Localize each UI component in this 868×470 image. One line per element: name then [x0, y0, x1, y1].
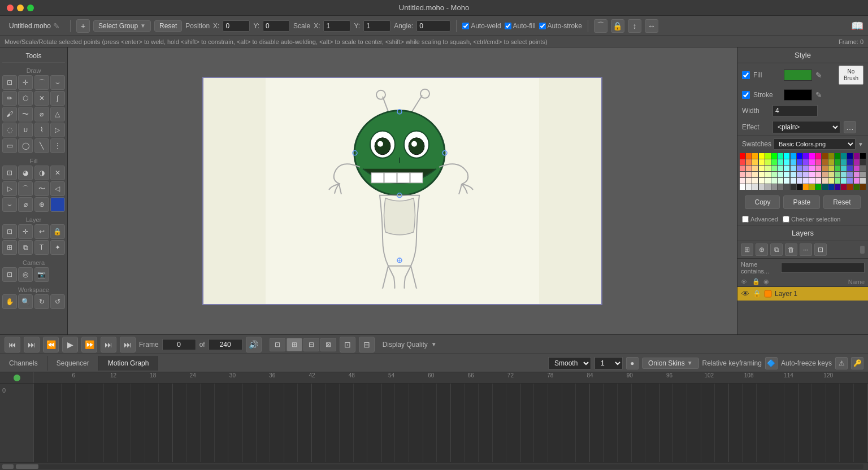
- color-swatch[interactable]: [828, 153, 834, 159]
- name-filter-input[interactable]: [781, 263, 865, 273]
- stroke-edit-icon[interactable]: ✎: [815, 90, 822, 99]
- color-swatch[interactable]: [860, 153, 866, 159]
- color-swatch[interactable]: [841, 153, 847, 159]
- tool-fill-misc[interactable]: ⌀: [18, 197, 33, 212]
- checker-checkbox[interactable]: [783, 216, 789, 223]
- view-3-btn[interactable]: ⊟: [303, 338, 319, 351]
- color-swatch[interactable]: [765, 153, 771, 159]
- tool-fill-x[interactable]: ✕: [50, 166, 65, 180]
- width-input[interactable]: [772, 105, 818, 116]
- color-swatch[interactable]: [835, 166, 840, 171]
- tool-layer-sel[interactable]: ⊡: [2, 224, 17, 239]
- color-swatch[interactable]: [746, 166, 752, 171]
- fit-btn[interactable]: ⊟: [359, 337, 375, 352]
- stroke-checkbox[interactable]: [742, 91, 750, 99]
- effect-settings-btn[interactable]: …: [844, 121, 856, 133]
- scroll-left-btn[interactable]: [2, 464, 14, 469]
- color-swatch[interactable]: [803, 178, 809, 184]
- color-swatch[interactable]: [797, 153, 802, 159]
- color-swatch[interactable]: [740, 166, 745, 171]
- advanced-label[interactable]: Advanced: [742, 216, 778, 223]
- color-swatch[interactable]: [809, 166, 815, 171]
- tool-warp[interactable]: ⌇: [34, 123, 49, 137]
- tool-layer-move[interactable]: ⊞: [2, 240, 17, 255]
- tool-cam-2[interactable]: ◎: [18, 267, 33, 282]
- add-button[interactable]: +: [76, 19, 90, 33]
- view-2-btn[interactable]: ⊞: [287, 338, 302, 351]
- tool-cam-1[interactable]: ⊡: [2, 267, 17, 282]
- motion-graph-tab[interactable]: Motion Graph: [99, 356, 159, 371]
- color-swatch[interactable]: [784, 159, 789, 165]
- color-swatch[interactable]: [860, 172, 866, 177]
- color-swatch[interactable]: [835, 184, 840, 190]
- color-swatch[interactable]: [765, 166, 771, 171]
- color-swatch[interactable]: [860, 159, 866, 165]
- color-swatch[interactable]: [828, 172, 834, 177]
- tool-layer-eyedrop[interactable]: ✦: [50, 240, 65, 255]
- color-swatch[interactable]: [759, 153, 765, 159]
- layer-add-btn[interactable]: ⊡: [814, 243, 827, 256]
- layer-more-btn[interactable]: ···: [800, 243, 812, 256]
- color-swatch[interactable]: [815, 172, 821, 177]
- paste-button[interactable]: Paste: [783, 195, 820, 209]
- color-swatch[interactable]: [784, 172, 789, 177]
- color-swatch[interactable]: [841, 172, 847, 177]
- tool-fill-select[interactable]: ⊡: [2, 166, 17, 180]
- tool-curve[interactable]: ⌒: [34, 75, 49, 90]
- color-swatch[interactable]: [835, 159, 840, 165]
- color-swatch[interactable]: [841, 184, 847, 190]
- color-swatch[interactable]: [771, 159, 777, 165]
- color-swatch[interactable]: [740, 153, 745, 159]
- checker-selection-label[interactable]: Checker selection: [783, 216, 840, 223]
- no-brush-button[interactable]: NoBrush: [839, 66, 863, 85]
- auto-stroke-label[interactable]: Auto-stroke: [539, 22, 582, 30]
- color-swatch[interactable]: [854, 159, 860, 165]
- minimize-button[interactable]: [17, 5, 24, 11]
- color-swatch[interactable]: [771, 153, 777, 159]
- smooth-select[interactable]: Smooth: [548, 357, 591, 369]
- play-btn[interactable]: ▶: [62, 337, 78, 352]
- reset-button[interactable]: Reset: [823, 195, 860, 209]
- total-frames-input[interactable]: [209, 339, 242, 350]
- layer-import-btn[interactable]: ⊞: [741, 243, 753, 256]
- color-swatch[interactable]: [752, 178, 758, 184]
- color-swatch[interactable]: [815, 184, 821, 190]
- scroll-thumb[interactable]: [16, 464, 38, 469]
- fill-color-swatch[interactable]: [784, 69, 812, 81]
- color-swatch[interactable]: [791, 184, 796, 190]
- color-swatch[interactable]: [847, 184, 853, 190]
- fast-forward-btn[interactable]: ⏩: [81, 337, 97, 352]
- color-swatch[interactable]: [841, 166, 847, 171]
- stroke-color-swatch[interactable]: [784, 89, 812, 101]
- tool-bezier[interactable]: ⌣: [50, 75, 65, 90]
- color-swatch[interactable]: [854, 178, 860, 184]
- fill-checkbox[interactable]: [742, 71, 750, 79]
- color-swatch[interactable]: [854, 184, 860, 190]
- x-input[interactable]: [223, 20, 250, 32]
- go-to-end-btn[interactable]: ⏭: [120, 337, 136, 352]
- color-swatch[interactable]: [835, 172, 840, 177]
- color-swatch[interactable]: [746, 172, 752, 177]
- color-swatch[interactable]: [797, 184, 802, 190]
- tool-fill-smooth[interactable]: 〜: [34, 181, 49, 196]
- color-swatch[interactable]: [752, 184, 758, 190]
- color-swatch[interactable]: [740, 184, 745, 190]
- scroll-track[interactable]: [16, 464, 863, 469]
- tool-eraser[interactable]: ✕: [34, 91, 49, 106]
- tool-ws-reset[interactable]: ↺: [50, 294, 65, 309]
- maximize-button[interactable]: [27, 5, 34, 11]
- sequencer-tab[interactable]: Sequencer: [47, 356, 99, 371]
- warning-icon-btn[interactable]: ⚠: [835, 357, 848, 369]
- reset-button[interactable]: Reset: [154, 20, 182, 32]
- onion-skins-btn[interactable]: Onion Skins ▼: [642, 358, 699, 369]
- color-swatch[interactable]: [771, 166, 777, 171]
- color-swatch[interactable]: [835, 178, 840, 184]
- color-swatch[interactable]: [828, 178, 834, 184]
- color-swatch[interactable]: [791, 178, 796, 184]
- tool-misc1[interactable]: ▷: [50, 123, 65, 137]
- copy-button[interactable]: Copy: [745, 195, 780, 209]
- color-swatch[interactable]: [797, 166, 802, 171]
- color-swatch[interactable]: [759, 172, 765, 177]
- color-swatch[interactable]: [771, 184, 777, 190]
- color-swatch[interactable]: [822, 153, 828, 159]
